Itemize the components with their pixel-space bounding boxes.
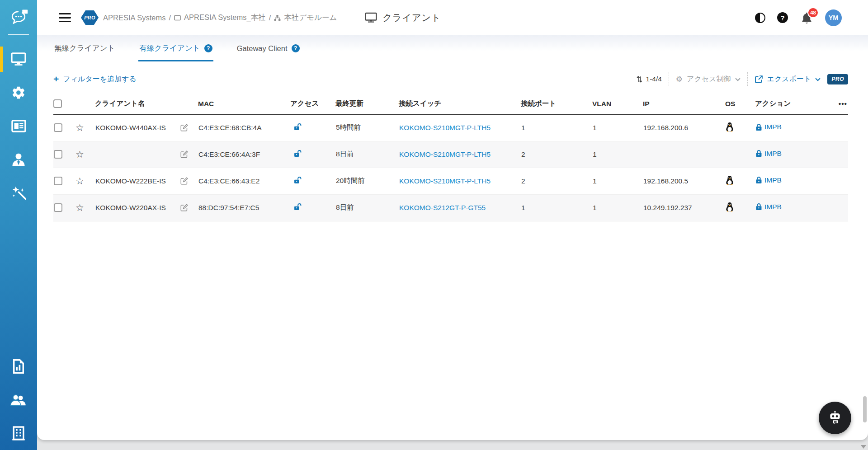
port: 2 bbox=[521, 168, 592, 194]
row-checkbox[interactable] bbox=[54, 177, 62, 185]
favorite-star-icon[interactable]: ☆ bbox=[75, 149, 84, 159]
row-checkbox[interactable] bbox=[54, 150, 62, 159]
notifications-bell-button[interactable]: 48 bbox=[800, 11, 813, 24]
pagination-range[interactable]: 1-4/4 bbox=[636, 75, 662, 83]
sidebar-item-users[interactable] bbox=[0, 143, 37, 176]
add-filter-button[interactable]: + フィルターを追加する bbox=[53, 75, 137, 84]
folder-icon bbox=[174, 15, 181, 21]
switch-link[interactable]: KOKOMO-S210MGT-P-LTH5 bbox=[399, 177, 491, 185]
edit-name-icon[interactable] bbox=[180, 177, 188, 185]
export-icon bbox=[755, 75, 763, 84]
favorite-star-icon[interactable]: ☆ bbox=[75, 202, 84, 213]
divider bbox=[669, 72, 669, 86]
switch-link[interactable]: KOKOMO-S210MGT-P-LTH5 bbox=[399, 150, 491, 158]
edit-name-icon[interactable] bbox=[180, 150, 188, 158]
last-update: 8日前 bbox=[335, 141, 399, 168]
column-header[interactable]: VLAN bbox=[592, 93, 643, 114]
vlan: 1 bbox=[592, 141, 643, 168]
tabs-bar: 無線クライアント有線クライアント?Gateway Client? bbox=[37, 35, 868, 61]
sidebar-item-sites[interactable] bbox=[0, 417, 37, 450]
linux-os-icon bbox=[726, 122, 734, 132]
impb-action-link[interactable]: IMPB bbox=[755, 123, 782, 131]
impb-action-link[interactable]: IMPB bbox=[755, 176, 782, 184]
client-mac: C4:E3:CE:66:4A:3F bbox=[198, 141, 290, 168]
column-header[interactable]: MAC bbox=[198, 93, 290, 114]
sidebar-item-news[interactable] bbox=[0, 109, 37, 143]
impb-action-link[interactable]: IMPB bbox=[755, 203, 782, 211]
sort-arrows-icon bbox=[636, 75, 643, 83]
column-header[interactable]: アクション bbox=[755, 93, 827, 114]
menu-hamburger-button[interactable] bbox=[59, 13, 71, 22]
linux-os-icon bbox=[726, 175, 734, 185]
access-control-button[interactable]: ⚙ アクセス制御 bbox=[676, 75, 741, 84]
client-mac: 88:DC:97:54:E7:C5 bbox=[198, 194, 290, 221]
switch-link[interactable]: KOKOMO-S210MGT-P-LTH5 bbox=[399, 124, 491, 131]
header: PRO APRESIA Systems / APRESIA Systems_本社… bbox=[37, 0, 868, 35]
column-header[interactable]: IP bbox=[643, 93, 725, 114]
gear-icon: ⚙ bbox=[676, 75, 683, 84]
column-header[interactable]: OS bbox=[725, 93, 755, 114]
sidebar-logo[interactable] bbox=[0, 0, 37, 34]
sidebar bbox=[0, 0, 37, 450]
column-header[interactable]: クライアント名 bbox=[95, 93, 198, 114]
range-label: 1-4/4 bbox=[646, 75, 662, 83]
table-header-row: クライアント名MACアクセス最終更新接続スイッチ接続ポートVLANIPOSアクシ… bbox=[53, 93, 848, 114]
export-button[interactable]: エクスポート bbox=[755, 75, 821, 84]
sidebar-item-clients[interactable] bbox=[0, 42, 37, 76]
access-unlocked-icon[interactable] bbox=[293, 176, 302, 184]
table-row: ☆KOKOMO-W222BE-ISC4:E3:CE:66:43:E220時間前K… bbox=[53, 168, 848, 194]
scrollbar-thumb[interactable] bbox=[863, 396, 867, 422]
breadcrumb-room[interactable]: 本社デモルーム bbox=[284, 13, 337, 23]
vlan: 1 bbox=[592, 114, 643, 141]
contrast-toggle-icon[interactable] bbox=[755, 13, 765, 23]
impb-label: IMPB bbox=[764, 123, 782, 131]
wizard-wand-icon bbox=[11, 186, 26, 201]
favorite-star-icon[interactable]: ☆ bbox=[75, 176, 84, 186]
row-checkbox[interactable] bbox=[54, 123, 62, 132]
vlan: 1 bbox=[592, 168, 643, 194]
robot-icon bbox=[828, 411, 842, 425]
column-header[interactable]: 接続スイッチ bbox=[399, 93, 521, 114]
assistant-robot-button[interactable] bbox=[819, 402, 851, 434]
sidebar-item-reports[interactable] bbox=[0, 350, 37, 383]
column-header[interactable]: 接続ポート bbox=[521, 93, 592, 114]
help-icon[interactable]: ? bbox=[777, 12, 788, 23]
tab-gateway-client[interactable]: Gateway Client? bbox=[236, 35, 301, 61]
help-icon[interactable]: ? bbox=[204, 44, 212, 52]
access-unlocked-icon[interactable] bbox=[293, 123, 302, 131]
monitor-title-icon bbox=[365, 12, 377, 23]
port: 1 bbox=[521, 114, 592, 141]
impb-action-link[interactable]: IMPB bbox=[755, 150, 782, 158]
row-checkbox[interactable] bbox=[54, 203, 62, 212]
access-unlocked-icon[interactable] bbox=[293, 150, 302, 157]
help-icon[interactable]: ? bbox=[292, 44, 300, 52]
tab-label: 有線クライアント bbox=[139, 43, 200, 53]
tab-wireless-clients[interactable]: 無線クライアント bbox=[53, 35, 116, 61]
switch-link[interactable]: KOKOMO-S212GT-P-GT55 bbox=[399, 204, 486, 211]
table-row: ☆KOKOMO-W440AX-ISC4:E3:CE:68:CB:4A5時間前KO… bbox=[53, 114, 848, 141]
access-unlocked-icon[interactable] bbox=[293, 203, 302, 211]
select-all-checkbox[interactable] bbox=[53, 99, 62, 108]
tab-wired-clients[interactable]: 有線クライアント? bbox=[138, 35, 213, 61]
client-name: KOKOMO-W220AX-IS bbox=[95, 204, 166, 212]
avatar[interactable]: YM bbox=[825, 9, 842, 26]
scrollbar-down-arrow[interactable] bbox=[861, 445, 866, 449]
breadcrumb-org[interactable]: APRESIA Systems bbox=[103, 14, 165, 22]
sites-building-icon bbox=[12, 426, 25, 441]
edit-name-icon[interactable] bbox=[180, 124, 188, 131]
favorite-star-icon[interactable]: ☆ bbox=[75, 122, 84, 133]
client-mac: C4:E3:CE:68:CB:4A bbox=[198, 114, 290, 141]
sidebar-item-wizard[interactable] bbox=[0, 176, 37, 210]
sidebar-item-user-group[interactable] bbox=[0, 383, 37, 417]
license-news-icon bbox=[11, 120, 26, 132]
edit-name-icon[interactable] bbox=[180, 204, 188, 211]
column-header[interactable]: 最終更新 bbox=[335, 93, 399, 114]
column-options-button[interactable]: ••• bbox=[827, 93, 848, 114]
breadcrumb-separator: / bbox=[269, 14, 271, 22]
main-content: PRO APRESIA Systems / APRESIA Systems_本社… bbox=[37, 0, 868, 440]
port: 2 bbox=[521, 141, 592, 168]
column-header[interactable]: アクセス bbox=[290, 93, 335, 114]
chevron-down-icon bbox=[815, 78, 821, 81]
sidebar-item-settings[interactable] bbox=[0, 76, 37, 109]
breadcrumb-site[interactable]: APRESIA Systems_本社 bbox=[184, 13, 266, 23]
